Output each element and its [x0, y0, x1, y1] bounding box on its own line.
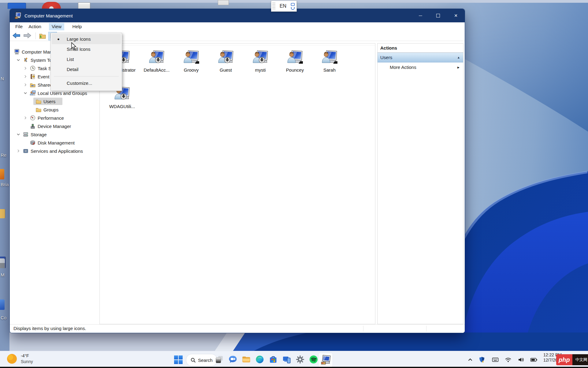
forward-button[interactable]: [23, 32, 31, 39]
chevron-right-icon[interactable]: [23, 82, 28, 88]
taskbar-spotify-icon[interactable]: [309, 355, 319, 365]
menu-help[interactable]: Help: [70, 23, 84, 30]
taskbar-windows-stack-icon[interactable]: [215, 355, 225, 365]
tray-volume-icon[interactable]: [518, 356, 524, 363]
desktop-icon-partial-orange-app[interactable]: [0, 169, 4, 179]
user-name-label: DefaultAcc...: [140, 67, 174, 73]
chevron-down-icon[interactable]: [23, 91, 28, 96]
panel-divider: [100, 45, 375, 45]
tree-item-users[interactable]: Users: [11, 97, 99, 106]
user-item-groovy[interactable]: Groovy: [174, 50, 208, 73]
chevron-right-icon[interactable]: [16, 148, 21, 154]
menu-view[interactable]: View: [49, 23, 64, 30]
storage-icon: [23, 131, 29, 137]
weather-condition: Sunny: [21, 359, 33, 365]
tray-battery-icon[interactable]: [530, 356, 537, 363]
taskbar-phone-link-icon[interactable]: [282, 355, 292, 365]
view-menu-item-list[interactable]: List: [52, 54, 121, 64]
language-bar[interactable]: EN: [271, 1, 297, 12]
desktop-icon-label-partial[interactable]: N: [1, 76, 4, 81]
desktop-icon-partial-folder[interactable]: [0, 209, 5, 218]
user-disabled-icon: [114, 98, 130, 103]
taskbar-computer-management-icon[interactable]: [318, 353, 333, 367]
tree-item-disk-management[interactable]: Disk Management: [11, 139, 99, 147]
user-item-mysti[interactable]: mysti: [243, 50, 277, 73]
close-button[interactable]: ✕: [447, 9, 465, 22]
desktop-icon-partial-blue-app[interactable]: [0, 299, 5, 310]
desktop-icon-partial-computer[interactable]: [0, 257, 6, 268]
user-item-guest[interactable]: Guest: [209, 50, 243, 73]
tray-security-shield-icon[interactable]: [478, 356, 485, 363]
search-label: Search: [198, 358, 213, 363]
view-menu-item-detail[interactable]: Detail: [52, 64, 121, 74]
tree-item-label: Storage: [31, 131, 47, 138]
view-menu-item-customize-[interactable]: Customize...: [52, 78, 121, 88]
tree-item-device-manager[interactable]: Device Manager: [11, 122, 99, 130]
disk-icon: [30, 140, 36, 146]
background-app-fragment-red-circle: [42, 2, 61, 9]
user-name-label: Groovy: [174, 67, 208, 73]
weather-temp: -4°F: [21, 353, 33, 359]
taskbar-file-explorer-icon[interactable]: [242, 355, 251, 365]
desktop-icon-label-partial[interactable]: M: [1, 272, 5, 277]
desktop-icon-label-partial[interactable]: Co: [1, 315, 6, 320]
chevron-down-icon[interactable]: [16, 58, 21, 63]
background-document-fragment-2: [218, 0, 229, 5]
back-button[interactable]: [13, 32, 20, 39]
start-button[interactable]: [173, 355, 184, 365]
actions-header: Actions: [378, 43, 463, 53]
desktop-icon-label-partial[interactable]: Bria: [1, 182, 9, 187]
chevron-right-icon[interactable]: [23, 115, 28, 121]
taskbar-chat-icon[interactable]: [228, 355, 238, 365]
folder-icon: [35, 98, 42, 104]
tree-item-label: Performance: [38, 115, 64, 121]
maximize-button[interactable]: [429, 9, 447, 22]
user-name-label: Sarah: [312, 67, 347, 73]
search-box[interactable]: Search: [186, 354, 217, 366]
users-list-panel: AdministratorDefaultAcc...GroovyGuestmys…: [99, 43, 375, 324]
mouse-cursor: [71, 42, 78, 50]
chevron-right-icon[interactable]: [23, 74, 28, 80]
language-bar-options-icon[interactable]: [291, 3, 295, 6]
tray-touch-keyboard-icon[interactable]: [492, 356, 499, 363]
tree-item-groups[interactable]: Groups: [11, 106, 99, 114]
view-menu-item-small-icons[interactable]: Small Icons: [52, 44, 121, 54]
background-app-fragment-blue: [8, 3, 26, 9]
user-item-pouncey[interactable]: Pouncey: [278, 50, 312, 73]
actions-group-users[interactable]: Users ▲: [378, 53, 463, 62]
view-menu-item-large-icons[interactable]: ●Large Icons: [52, 34, 121, 44]
chevron-down-icon[interactable]: [16, 132, 21, 138]
user-name-label: Pouncey: [278, 67, 312, 73]
tree-item-performance[interactable]: Performance: [11, 114, 99, 122]
language-bar-grip-icon[interactable]: [272, 2, 275, 10]
collapse-arrow-icon[interactable]: ▲: [457, 53, 460, 62]
minimize-button[interactable]: [411, 9, 429, 22]
user-icon: [322, 62, 337, 67]
more-actions-item[interactable]: More Actions ►: [378, 62, 463, 72]
tray-wifi-icon[interactable]: [505, 356, 512, 363]
users-group-icon: [30, 90, 36, 96]
chevron-right-icon[interactable]: [23, 66, 28, 72]
console-tree-toggle-button[interactable]: [39, 32, 47, 39]
user-item-defaultacc[interactable]: DefaultAcc...: [140, 50, 174, 73]
taskbar-microsoft-store-icon[interactable]: [269, 355, 278, 365]
user-item-sarah[interactable]: Sarah: [312, 50, 347, 73]
tray-chevron-up-icon[interactable]: [467, 356, 474, 363]
language-indicator[interactable]: EN: [275, 3, 291, 9]
user-icon: [183, 62, 199, 67]
desktop-icon-label-partial[interactable]: Re: [1, 152, 6, 158]
menu-bar: FileActionViewHelp: [10, 22, 465, 31]
title-bar[interactable]: Computer Management ✕: [10, 9, 465, 22]
taskbar-settings-icon[interactable]: [296, 355, 305, 365]
menu-action[interactable]: Action: [26, 23, 43, 30]
weather-widget[interactable]: -4°F Sunny: [6, 353, 33, 365]
user-icon: [287, 62, 303, 67]
menu-file[interactable]: File: [13, 23, 24, 30]
user-name-label: WDAGUtili...: [105, 104, 139, 109]
tree-item-services-and-applications[interactable]: Services and Applications: [11, 147, 99, 155]
language-bar-minimize-icon[interactable]: [291, 7, 295, 10]
tools-icon: [23, 57, 29, 63]
taskbar-edge-icon[interactable]: [255, 355, 265, 365]
tree-item-storage[interactable]: Storage: [11, 130, 99, 139]
sun-icon: [6, 353, 18, 365]
